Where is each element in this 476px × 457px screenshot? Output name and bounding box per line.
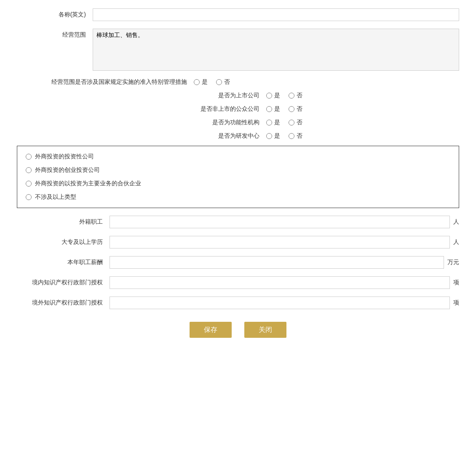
investment-option-1-radio[interactable] [26, 154, 32, 160]
investment-option-3[interactable]: 外商投资的以投资为主要业务的合伙企业 [26, 180, 450, 187]
rd-center-no-label: 否 [297, 132, 302, 140]
non-listed-public-row: 是否非上市的公众公司 是 否 [17, 105, 459, 113]
functional-institution-yes-radio[interactable] [266, 120, 272, 126]
rd-center-label: 是否为研发中心 [174, 132, 266, 140]
special-management-no[interactable]: 否 [216, 78, 230, 86]
foreign-staff-control: 人 [110, 216, 459, 228]
non-listed-public-yes-label: 是 [274, 105, 280, 113]
save-button[interactable]: 保存 [190, 322, 232, 338]
investment-option-4-label: 不涉及以上类型 [35, 193, 76, 201]
non-listed-public-radios: 是 否 [266, 105, 302, 113]
listed-company-row: 是否为上市公司 是 否 [17, 92, 459, 99]
functional-institution-no-radio[interactable] [289, 120, 294, 126]
name-en-label: 各称(英文) [17, 8, 93, 19]
listed-company-no[interactable]: 否 [289, 92, 302, 99]
listed-company-radios: 是 否 [266, 92, 302, 99]
non-listed-public-no-label: 否 [297, 105, 302, 113]
foreign-ip-label: 境外知识产权行政部门授权 [17, 297, 110, 307]
listed-company-yes-radio[interactable] [266, 93, 272, 99]
business-scope-control: 棒球加工、销售。 [93, 29, 459, 71]
college-edu-unit: 人 [450, 238, 459, 246]
college-edu-control: 人 [110, 236, 459, 249]
listed-company-no-radio[interactable] [289, 93, 294, 99]
foreign-staff-input[interactable] [110, 216, 450, 228]
listed-company-no-label: 否 [297, 92, 302, 99]
investment-option-3-radio[interactable] [26, 181, 32, 187]
investment-option-2-label: 外商投资的创业投资公司 [35, 166, 100, 174]
name-en-control [93, 8, 459, 21]
listed-company-label: 是否为上市公司 [174, 92, 266, 99]
name-en-input[interactable] [93, 8, 459, 21]
functional-institution-radios: 是 否 [266, 119, 302, 126]
special-management-yes[interactable]: 是 [194, 78, 208, 86]
foreign-ip-input[interactable] [110, 297, 450, 309]
special-management-no-label: 否 [224, 78, 230, 86]
foreign-ip-unit: 项 [450, 299, 459, 307]
close-button[interactable]: 关闭 [244, 322, 286, 338]
special-management-row: 经营范围是否涉及国家规定实施的准入特别管理措施 是 否 [17, 78, 459, 86]
rd-center-no-radio[interactable] [289, 133, 294, 139]
domestic-ip-unit: 项 [450, 279, 459, 286]
annual-salary-row: 本年职工薪酬 万元 [17, 256, 459, 269]
functional-institution-yes-label: 是 [274, 119, 280, 126]
foreign-staff-input-wrap: 人 [110, 216, 459, 228]
foreign-ip-row: 境外知识产权行政部门授权 项 [17, 297, 459, 309]
business-scope-textarea[interactable]: 棒球加工、销售。 [93, 29, 459, 71]
rd-center-row: 是否为研发中心 是 否 [17, 132, 459, 140]
rd-center-yes-label: 是 [274, 132, 280, 140]
domestic-ip-input-wrap: 项 [110, 276, 459, 289]
foreign-ip-control: 项 [110, 297, 459, 309]
annual-salary-control: 万元 [110, 256, 459, 269]
investment-option-1[interactable]: 外商投资的投资性公司 [26, 153, 450, 160]
business-scope-label: 经营范围 [17, 29, 93, 39]
button-row: 保存 关闭 [17, 322, 459, 338]
rd-center-yes-radio[interactable] [266, 133, 272, 139]
annual-salary-input-wrap: 万元 [110, 256, 459, 269]
investment-option-4-radio[interactable] [26, 194, 32, 200]
non-listed-public-no-radio[interactable] [289, 106, 294, 112]
non-listed-public-no[interactable]: 否 [289, 105, 302, 113]
college-edu-row: 大专及以上学历 人 [17, 236, 459, 249]
domestic-ip-input[interactable] [110, 276, 450, 289]
listed-company-yes-label: 是 [274, 92, 280, 99]
investment-option-1-label: 外商投资的投资性公司 [35, 153, 94, 160]
name-en-row: 各称(英文) [17, 8, 459, 21]
domestic-ip-label: 境内知识产权行政部门授权 [17, 276, 110, 286]
college-edu-input-wrap: 人 [110, 236, 459, 249]
non-listed-public-yes[interactable]: 是 [266, 105, 280, 113]
rd-center-radios: 是 否 [266, 132, 302, 140]
functional-institution-no[interactable]: 否 [289, 119, 302, 126]
special-management-yes-radio[interactable] [194, 79, 200, 85]
foreign-staff-unit: 人 [450, 218, 459, 226]
college-edu-label: 大专及以上学历 [17, 236, 110, 246]
annual-salary-label: 本年职工薪酬 [17, 256, 110, 266]
foreign-ip-input-wrap: 项 [110, 297, 459, 309]
domestic-ip-row: 境内知识产权行政部门授权 项 [17, 276, 459, 289]
investment-types-box: 外商投资的投资性公司 外商投资的创业投资公司 外商投资的以投资为主要业务的合伙企… [17, 146, 459, 208]
functional-institution-row: 是否为功能性机构 是 否 [17, 119, 459, 126]
rd-center-yes[interactable]: 是 [266, 132, 280, 140]
rd-center-no[interactable]: 否 [289, 132, 302, 140]
investment-option-2[interactable]: 外商投资的创业投资公司 [26, 166, 450, 174]
non-listed-public-label: 是否非上市的公众公司 [174, 105, 266, 113]
investment-option-3-label: 外商投资的以投资为主要业务的合伙企业 [35, 180, 141, 187]
listed-company-yes[interactable]: 是 [266, 92, 280, 99]
special-management-radios: 是 否 [194, 78, 230, 86]
annual-salary-unit: 万元 [444, 259, 459, 266]
non-listed-public-yes-radio[interactable] [266, 106, 272, 112]
business-scope-row: 经营范围 棒球加工、销售。 [17, 29, 459, 71]
functional-institution-yes[interactable]: 是 [266, 119, 280, 126]
college-edu-input[interactable] [110, 236, 450, 249]
foreign-staff-row: 外籍职工 人 [17, 216, 459, 228]
functional-institution-no-label: 否 [297, 119, 302, 126]
foreign-staff-label: 外籍职工 [17, 216, 110, 226]
special-management-no-radio[interactable] [216, 79, 222, 85]
special-management-label: 经营范围是否涉及国家规定实施的准入特别管理措施 [17, 78, 194, 86]
annual-salary-input[interactable] [110, 256, 444, 269]
investment-option-2-radio[interactable] [26, 167, 32, 173]
special-management-yes-label: 是 [202, 78, 208, 86]
domestic-ip-control: 项 [110, 276, 459, 289]
investment-option-4[interactable]: 不涉及以上类型 [26, 193, 450, 201]
functional-institution-label: 是否为功能性机构 [174, 119, 266, 126]
